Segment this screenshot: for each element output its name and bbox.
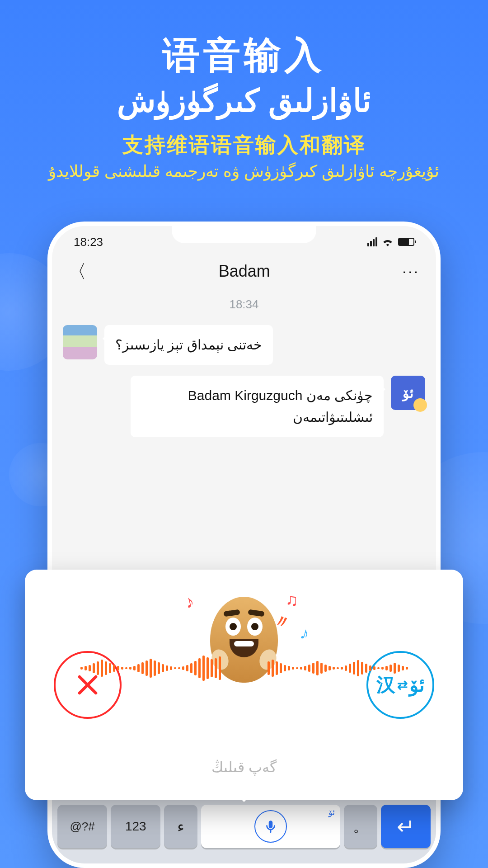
music-note-icon: ♪ [183,591,196,612]
battery-icon [398,238,414,246]
notch [172,226,316,243]
back-button[interactable]: 〈 [68,259,86,284]
chat-nav: 〈 Badam ··· [52,253,436,289]
enter-key[interactable]: ↵ [381,805,431,848]
music-note-icon: ♫ [286,590,299,610]
hero: 语音输入 ئاۋازلىق كىرگۈزۈش 支持维语语音输入和翻译 ئۇيغۇ… [0,0,488,181]
symbols-key[interactable]: @?# [57,805,107,848]
keyboard-row: @?# 123 ء ئۆ 。 ↵ [57,805,431,848]
message-incoming: خەتنى نېمداق تېز يازىسىز؟ [63,325,425,365]
space-voice-key[interactable]: ئۆ [201,805,341,848]
status-time: 18:23 [74,235,103,249]
numbers-key[interactable]: 123 [111,805,160,848]
signal-icon [367,237,377,246]
message-outgoing: چۈنكى مەن Badam Kirguzguch ئىشلىتىۋاتىمە… [63,376,425,437]
voice-caption: گەپ قىلىڭ [211,759,277,776]
chat-area[interactable]: 18:34 خەتنى نېمداق تېز يازىسىز؟ چۈنكى مە… [52,289,436,599]
voice-input-panel: ♪ ♫ ♪ 〃 گەپ قىلىڭ 汉 ⇄ ئۆ [25,570,463,800]
period-key[interactable]: 。 [344,805,377,848]
avatar[interactable] [391,376,425,410]
avatar[interactable] [63,325,97,359]
voice-waveform [54,656,434,681]
svg-rect-4 [269,821,273,828]
comma-key[interactable]: ء [164,805,197,848]
message-bubble[interactable]: چۈنكى مەن Badam Kirguzguch ئىشلىتىۋاتىمە… [131,376,384,437]
hero-subtitle-ug: ئۇيغۇرچە ئاۋازلىق كىرگۈزۈش ۋە تەرجىمە قى… [0,162,488,181]
hero-title-ug: ئاۋازلىق كىرگۈزۈش [0,82,488,119]
hero-subtitle-cn: 支持维语语音输入和翻译 [0,131,488,159]
music-note-icon: ♪ [298,623,311,644]
message-bubble[interactable]: خەتنى نېمداق تېز يازىسىز؟ [104,325,273,365]
more-button[interactable]: ··· [402,263,420,280]
chat-title: Badam [219,262,270,281]
chat-timestamp: 18:34 [63,297,425,311]
space-key-label: ئۆ [328,807,335,817]
hero-title-cn: 语音输入 [0,31,488,80]
wifi-icon [382,237,394,246]
